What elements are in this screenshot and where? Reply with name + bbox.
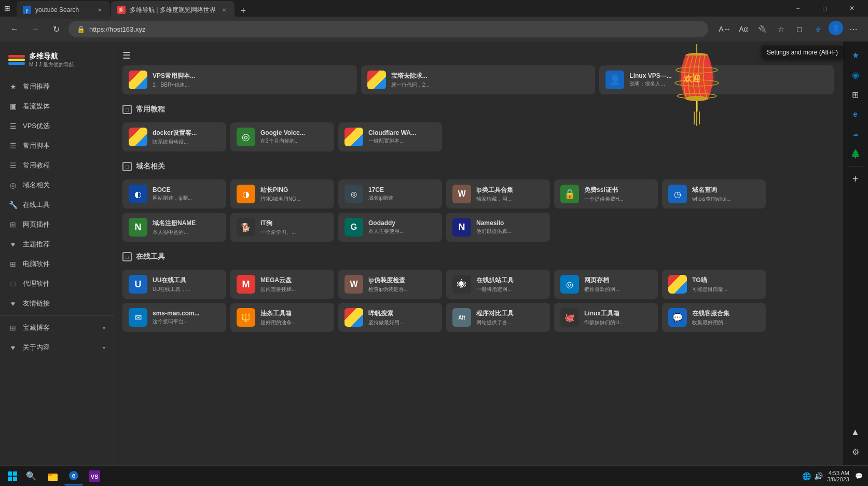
- edge-logo[interactable]: e: [810, 21, 826, 37]
- sidebar-item-media[interactable]: ▣ 看流媒体: [0, 96, 114, 116]
- sidebar-item-tools[interactable]: 🔧 在线工具: [0, 195, 114, 215]
- card-ip-tools[interactable]: W ip类工具合集 独家珍藏，用...: [446, 179, 550, 209]
- hamburger-menu[interactable]: ☰: [122, 50, 131, 61]
- card-archive[interactable]: ◎ 网页存档 把你喜欢的网...: [554, 270, 658, 299]
- card-info-tgmiao: TG喵 可能是目前最...: [692, 276, 760, 293]
- edge-btn-downloads[interactable]: ⊞: [846, 85, 865, 104]
- edge-btn-edge[interactable]: e: [846, 105, 865, 123]
- card-itdog[interactable]: 🐕 IT狗 一个爱学习、...: [230, 213, 334, 242]
- sidebar-item-links[interactable]: ♥ 友情链接: [0, 294, 114, 313]
- start-button[interactable]: [4, 468, 21, 484]
- card-online-service[interactable]: 💬 在线客服合集 收集最好用的...: [662, 303, 766, 332]
- card-scraper[interactable]: 🕷 在线扒站工具 一键将指定网...: [446, 270, 550, 299]
- card-baota[interactable]: 宝塔去除求... 就一行代码，2...: [361, 65, 596, 94]
- sidebar-software-label: 电脑软件: [23, 259, 105, 269]
- card-godaddy[interactable]: G Godaddy 本人主要使用...: [338, 213, 442, 242]
- card-tg-miao[interactable]: TG喵 可能是目前最...: [662, 270, 766, 299]
- taskbar-app-edge[interactable]: e: [64, 467, 83, 485]
- card-icon-scraper: 🕷: [452, 275, 471, 294]
- edge-btn-copilot[interactable]: ☁: [846, 124, 865, 143]
- domains-section-label: 域名相关: [136, 162, 165, 171]
- card-icon-linuxtoolbox: 🐙: [560, 308, 579, 327]
- tab-main[interactable]: 多 多维导航 | 多维度观览网络世界 ✕: [111, 1, 235, 19]
- sidebar-item-themes[interactable]: ♥ 主题推荐: [0, 234, 114, 254]
- back-button[interactable]: ←: [6, 21, 23, 37]
- card-icon-17ce: ◎: [345, 185, 363, 203]
- card-icon-namereg: N: [129, 218, 147, 237]
- settings-more-button[interactable]: ···: [845, 21, 862, 37]
- card-cloudflare[interactable]: Cloudflare WA... 一键配置脚本...: [338, 122, 442, 151]
- software-icon: ⊞: [8, 260, 18, 268]
- sidebar-item-tutorials[interactable]: ☰ 常用教程: [0, 156, 114, 175]
- card-vps-scripts[interactable]: VPS常用脚本... 1、BBR+锐速...: [122, 65, 357, 94]
- translate-button[interactable]: A↔: [717, 21, 733, 37]
- tab-close-youtube[interactable]: ✕: [95, 6, 104, 14]
- tab-youtube[interactable]: y youtube Search ✕: [17, 1, 110, 19]
- sidebar-item-domains[interactable]: ◎ 域名相关: [0, 175, 114, 195]
- card-uu-tools[interactable]: U UU在线工具 UU在线工具，...: [122, 270, 226, 299]
- close-button[interactable]: ✕: [840, 0, 864, 17]
- card-desc-codecompare: 网站提供了各...: [476, 319, 544, 326]
- sidebar-item-about[interactable]: ♥ 关于内容 ▾: [0, 338, 114, 357]
- card-name-reg[interactable]: N 域名注册NAME 本人很中意的...: [122, 213, 226, 242]
- sidebar-item-recommended[interactable]: ★ 常用推荐: [0, 77, 114, 96]
- card-boce[interactable]: ◐ BOCE 网站测速，ip测...: [122, 179, 226, 209]
- edge-btn-bing[interactable]: 🌲: [846, 144, 865, 163]
- sidebar-item-software[interactable]: ⊞ 电脑软件: [0, 254, 114, 274]
- taskbar-notification[interactable]: 💬: [853, 471, 864, 481]
- maximize-button[interactable]: □: [813, 0, 837, 17]
- about-arrow-icon: ▾: [103, 345, 105, 351]
- sidebar-item-scripts[interactable]: ☰ 常用脚本: [0, 136, 114, 156]
- card-icon-docker: [129, 128, 147, 146]
- card-linux-vps[interactable]: 👤 Linux VPS—... 说明：很多人...: [599, 65, 834, 94]
- tab-close-main[interactable]: ✕: [220, 6, 228, 14]
- card-stationping[interactable]: ◑ 站长PING PING域名PING...: [230, 179, 334, 209]
- card-ip-check[interactable]: W ip伪装度检查 检查ip伪装是否...: [338, 270, 442, 299]
- card-docker[interactable]: docker设置客... 随系统启动设...: [122, 122, 226, 151]
- card-mega[interactable]: M MEGA云盘 国内需要挂梯...: [230, 270, 334, 299]
- domains-cards-row1: ◐ BOCE 网站测速，ip测... ◑ 站长PING PING域名PING..…: [122, 179, 834, 209]
- nav-bar: ← → ↻ 🔒 https://host163.xyz A↔ Aα 🔌 ☆ ◻ …: [0, 17, 868, 41]
- card-sms-man[interactable]: ✉ sms-man.com... 这个接码平台...: [122, 303, 226, 332]
- collections-button[interactable]: ◻: [791, 21, 808, 37]
- card-ssl[interactable]: 🔒 免费ssl证书 一个提供免费H...: [554, 179, 658, 209]
- card-bifan-search[interactable]: 哔帆搜索 坚持做最好用...: [338, 303, 442, 332]
- taskbar-app-vs[interactable]: VS: [85, 467, 104, 485]
- minimize-button[interactable]: −: [786, 0, 810, 17]
- card-icon-baota: [367, 71, 386, 89]
- tab-favicon-youtube: y: [23, 6, 31, 14]
- sidebar-item-plugins[interactable]: ⊞ 网页插件: [0, 215, 114, 234]
- favorites-button[interactable]: ☆: [773, 21, 789, 37]
- address-bar[interactable]: 🔒 https://host163.xyz: [68, 21, 708, 37]
- forward-button[interactable]: →: [27, 21, 44, 37]
- card-name-uu: UU在线工具: [153, 276, 220, 285]
- edge-btn-add[interactable]: +: [846, 170, 865, 188]
- edge-btn-history[interactable]: ◉: [846, 65, 865, 84]
- card-namesilo[interactable]: N Namesilo 他们以提供真...: [446, 213, 550, 242]
- profile-button[interactable]: 👤: [829, 21, 843, 35]
- card-icon-tgmiao: [668, 275, 687, 294]
- read-aloud-button[interactable]: Aα: [735, 21, 752, 37]
- card-17ce[interactable]: ◎ 17CE 域名ip测速: [338, 179, 442, 209]
- card-code-compare[interactable]: Alt 程序对比工具 网站提供了各...: [446, 303, 550, 332]
- card-info-17ce: 17CE 域名ip测速: [368, 186, 436, 202]
- card-youtiao[interactable]: 🔱 油条工具箱 超好用的油条...: [230, 303, 334, 332]
- edge-btn-favorites[interactable]: ★: [846, 46, 865, 64]
- card-name-17ce: 17CE: [368, 186, 436, 193]
- sidebar-item-proxy[interactable]: □ 代理软件: [0, 274, 114, 294]
- card-desc-uu: UU在线工具，...: [153, 286, 220, 293]
- card-desc-domainquery: whois查询whoi...: [692, 196, 760, 203]
- extensions-button[interactable]: 🔌: [754, 21, 770, 37]
- card-google-voice[interactable]: ◎ Google Voice... 在3个月内你的...: [230, 122, 334, 151]
- sidebar-item-vps[interactable]: ☰ VPS优选: [0, 116, 114, 136]
- sidebar-item-blogs[interactable]: ⊞ 宝藏博客 ▾: [0, 318, 114, 338]
- card-linux-toolbox[interactable]: 🐙 Linux工具箱 御坂妹妹们的Li...: [554, 303, 658, 332]
- edge-btn-settings[interactable]: ⚙: [846, 442, 865, 461]
- taskbar-app-files[interactable]: [44, 467, 62, 485]
- edge-btn-scroll-up[interactable]: ▲: [846, 423, 865, 441]
- refresh-button[interactable]: ↻: [48, 21, 64, 37]
- card-domain-query[interactable]: ◷ 域名查询 whois查询whoi...: [662, 179, 766, 209]
- card-desc-ssl: 一个提供免费H...: [584, 196, 652, 203]
- card-name-itdog: IT狗: [260, 219, 328, 228]
- taskbar-search-button[interactable]: 🔍: [23, 468, 39, 484]
